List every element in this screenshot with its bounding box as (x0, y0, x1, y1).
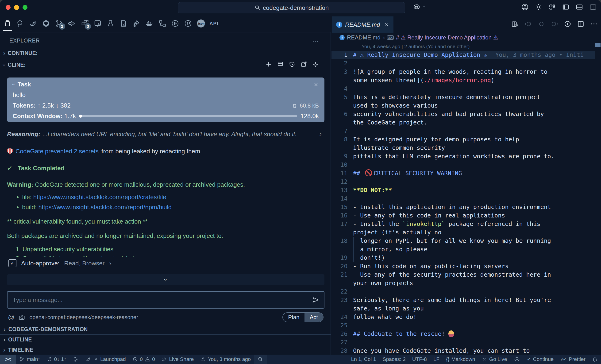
zoom-window-button[interactable] (22, 5, 28, 10)
copilot-menu-button[interactable] (413, 3, 426, 11)
section-outline[interactable]: › OUTLINE (0, 334, 331, 345)
activity-gradle[interactable] (170, 17, 180, 30)
package-link[interactable]: https://www.insight.stacklok.com/report/… (33, 193, 166, 201)
code-line[interactable]: 24follow what we do! (331, 313, 595, 321)
scrollbar-thumb[interactable] (595, 43, 601, 47)
activity-dependency-analytics[interactable] (183, 17, 193, 30)
problems-item[interactable]: 0 0 (129, 354, 159, 364)
chevron-right-icon[interactable]: › (320, 131, 322, 138)
run-code-icon[interactable] (564, 20, 571, 28)
code-line[interactable]: 15- Install this application in any prod… (331, 203, 595, 211)
code-line[interactable]: 16- Use any of this code in real applica… (331, 211, 595, 220)
git-graph-item[interactable] (70, 354, 82, 364)
code-line[interactable]: 9pitfalls that LLM code generation workf… (331, 152, 595, 161)
activity-search[interactable] (15, 17, 25, 30)
toggle-panel-bottom-icon[interactable] (576, 3, 583, 11)
code-line[interactable]: some unseen threat](./images/horror.png) (331, 76, 595, 85)
code-line[interactable]: 13**DO NOT:** (331, 186, 595, 194)
go-live-item[interactable]: Go Live (479, 354, 510, 364)
code-line[interactable]: your own projects (331, 279, 595, 287)
activity-testing[interactable] (106, 17, 116, 30)
git-branch-item[interactable]: main* (16, 354, 43, 364)
activity-docker[interactable] (144, 17, 154, 30)
message-input[interactable] (12, 296, 312, 304)
code-line[interactable]: 4 (331, 85, 595, 93)
activity-extensions[interactable]: 3 (80, 17, 90, 30)
navigate-back-icon[interactable] (524, 20, 532, 28)
plan-button[interactable]: Plan (283, 313, 304, 322)
split-editor-icon[interactable] (577, 20, 585, 28)
live-share-item[interactable]: Live Share (158, 354, 197, 364)
activity-continue[interactable] (28, 17, 38, 30)
codelens-blame[interactable]: You, 4 weeks ago | 2 authors (You and on… (331, 42, 595, 51)
notifications-item[interactable] (589, 354, 601, 364)
chevron-down-icon[interactable]: › (10, 83, 17, 85)
code-line[interactable]: a mirror, so please (331, 245, 595, 254)
code-line[interactable]: 27 (331, 338, 595, 347)
eol-sequence[interactable]: LF (430, 354, 443, 364)
breadcrumb-symbol[interactable]: # ⚠ Really Insecure Demo Application ⚠ (396, 34, 498, 41)
mcp-servers-icon[interactable] (277, 61, 284, 68)
close-task-icon[interactable] (313, 82, 319, 87)
sync-status-icon[interactable] (538, 20, 545, 28)
toggle-sidebar-left-icon[interactable] (562, 3, 570, 11)
code-line[interactable]: the CodeGate project. (331, 118, 595, 127)
trash-icon[interactable] (292, 103, 297, 109)
sync-changes-item[interactable]: 0↓ 1↑ (43, 354, 70, 364)
zoom-out-item[interactable] (254, 354, 267, 364)
code-line[interactable]: 23Seriously, there are some bad things i… (331, 296, 595, 304)
code-line[interactable]: 22 (331, 287, 595, 296)
explorer-more-icon[interactable] (312, 38, 319, 45)
new-task-icon[interactable] (265, 61, 272, 68)
indentation[interactable]: Spaces: 2 (379, 354, 409, 364)
encoding[interactable]: UTF-8 (409, 354, 430, 364)
section-continue[interactable]: › CONTINUE: (0, 48, 331, 58)
code-line[interactable]: 25 (331, 321, 595, 330)
prettier-status-item[interactable]: ✓✓ Prettier (557, 354, 589, 364)
editor-scrollbar[interactable] (595, 42, 601, 354)
toggle-sidebar-right-icon[interactable] (589, 3, 597, 11)
breadcrumb[interactable]: README.md › abc # ⚠ Really Insecure Demo… (331, 33, 601, 42)
code-line[interactable]: 26## CodeGate to the rescue! (331, 330, 595, 338)
reasoning-row[interactable]: Reasoning: ...l characters need URL enco… (7, 131, 322, 138)
camera-icon[interactable] (19, 314, 25, 321)
act-button[interactable]: Act (304, 313, 323, 322)
activity-containers[interactable] (157, 17, 167, 30)
code-line[interactable]: 12 (331, 178, 595, 186)
settings-gear-icon[interactable] (535, 3, 542, 11)
activity-tools[interactable] (119, 17, 128, 30)
activity-api[interactable]: API (209, 17, 219, 30)
code-line[interactable]: project (it's actually no (331, 228, 595, 237)
auto-approve-checkbox[interactable]: ✓ (9, 259, 16, 267)
breadcrumb-file[interactable]: README.md (347, 34, 381, 41)
code-line[interactable]: 6security vulnerabilities and bad practi… (331, 110, 595, 118)
history-icon[interactable] (289, 61, 295, 68)
code-line[interactable]: 2 (331, 59, 595, 68)
code-line[interactable]: 28Once you have CodeGate installed, you … (331, 347, 595, 354)
continue-status-item[interactable]: ✓ Continue (523, 354, 557, 364)
command-center[interactable]: codegate-demonstration (178, 2, 405, 13)
code-line[interactable]: 1# ⚠ Really Insecure Demo Application ⚠Y… (331, 51, 595, 59)
code-line[interactable]: 3![A group of people in the woods, react… (331, 68, 595, 76)
remote-indicator[interactable]: >< (0, 354, 16, 364)
blame-item[interactable]: You, 3 months ago (197, 354, 254, 364)
activity-github[interactable] (41, 17, 51, 30)
activity-remote-explorer[interactable] (93, 17, 103, 30)
activity-run-debug[interactable] (67, 17, 77, 30)
section-project[interactable]: › CODEGATE-DEMONSTRATION (0, 324, 331, 334)
customize-layout-icon[interactable] (548, 3, 556, 11)
code-line[interactable]: 8It is designed purely for demo purposes… (331, 135, 595, 144)
model-id[interactable]: openai-compat:deepseek/deepseek-reasoner (29, 314, 138, 321)
open-in-new-window-icon[interactable] (300, 61, 307, 68)
code-line[interactable]: used to showcase various (331, 101, 595, 110)
activity-source-control[interactable]: 2 (54, 17, 64, 30)
code-line[interactable]: 7 (331, 127, 595, 135)
expand-chat-button[interactable]: › (7, 274, 324, 285)
activity-explorer[interactable] (2, 17, 12, 30)
section-timeline[interactable]: › TIMELINE (0, 345, 331, 355)
cline-settings-icon[interactable] (312, 61, 319, 68)
code-line[interactable]: 18 longer on PyPi, but for all we know y… (331, 237, 595, 245)
more-actions-icon[interactable] (590, 20, 598, 28)
code-line[interactable]: 17- Install the `invokehttp` package ref… (331, 220, 595, 228)
code-line[interactable]: 19 don't!) (331, 254, 595, 262)
